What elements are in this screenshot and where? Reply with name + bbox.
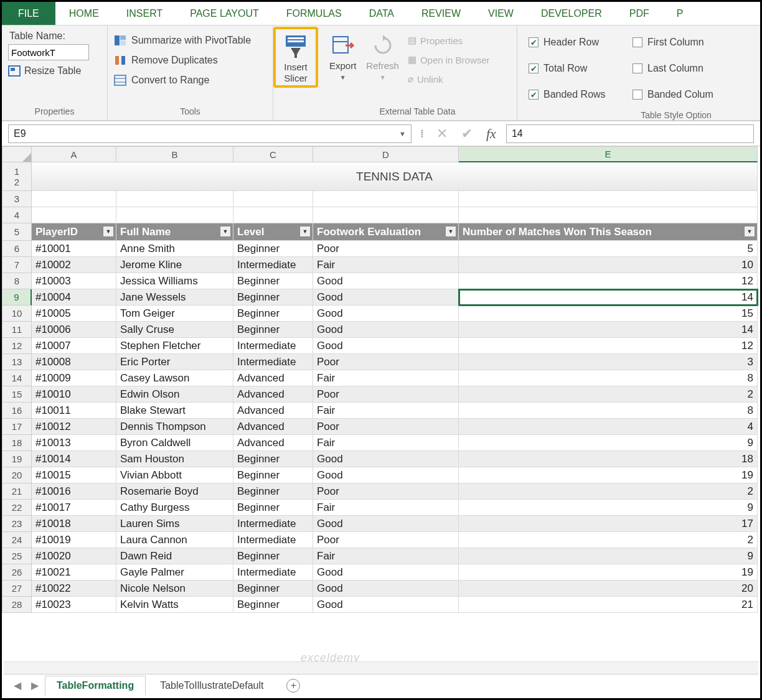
row-header[interactable]: 8 [2, 273, 32, 289]
cell[interactable]: 19 [459, 467, 758, 483]
row-header[interactable]: 19 [2, 451, 32, 467]
sheet-nav-next[interactable]: ▶ [27, 679, 42, 691]
cell[interactable]: 19 [459, 564, 758, 581]
row-header[interactable]: 13 [2, 354, 32, 370]
cell[interactable]: 8 [459, 370, 758, 386]
cell[interactable]: Kelvin Watts [116, 597, 233, 613]
cell[interactable]: Fair [313, 403, 459, 419]
row-header[interactable]: 12 [2, 338, 32, 354]
refresh-button[interactable]: Refresh ▼ [361, 29, 404, 104]
row-header[interactable]: 25 [2, 548, 32, 564]
tab-view[interactable]: VIEW [474, 2, 527, 25]
cell[interactable]: Poor [313, 532, 459, 548]
cell[interactable]: Dawn Reid [116, 548, 233, 564]
add-sheet-button[interactable]: + [286, 679, 300, 693]
cell[interactable]: #10009 [32, 370, 116, 386]
cell[interactable]: Advanced [233, 403, 313, 419]
convert-to-range-button[interactable]: Convert to Range [114, 75, 266, 86]
cell[interactable]: Advanced [233, 419, 313, 435]
row-header[interactable]: 23 [2, 516, 32, 532]
cell[interactable] [116, 191, 233, 207]
cell[interactable]: #10005 [32, 306, 116, 322]
cell[interactable]: 9 [459, 435, 758, 451]
cell[interactable]: Jane Wessels [116, 289, 233, 306]
cell[interactable]: Poor [313, 483, 459, 500]
cell[interactable] [32, 191, 116, 207]
cell[interactable]: Advanced [233, 370, 313, 386]
cell[interactable]: 10 [459, 257, 758, 273]
cell[interactable]: Sam Houston [116, 451, 233, 467]
select-all-corner[interactable] [2, 146, 32, 162]
cell[interactable]: Cathy Burgess [116, 500, 233, 516]
col-header-A[interactable]: A [32, 146, 116, 162]
cell[interactable]: #10006 [32, 322, 116, 338]
cell[interactable] [313, 207, 459, 223]
cell[interactable]: Blake Stewart [116, 403, 233, 419]
cell[interactable]: #10002 [32, 257, 116, 273]
cell[interactable]: Rosemarie Boyd [116, 483, 233, 500]
row-header[interactable]: 18 [2, 435, 32, 451]
cell[interactable]: Fair [313, 435, 459, 451]
cell[interactable]: Anne Smith [116, 241, 233, 257]
fx-icon[interactable]: fx [482, 126, 500, 142]
cell[interactable]: Good [313, 306, 459, 322]
cell[interactable]: 15 [459, 306, 758, 322]
cell[interactable]: #10012 [32, 419, 116, 435]
cell[interactable]: Good [313, 564, 459, 581]
cell[interactable]: Good [313, 597, 459, 613]
cell[interactable]: Byron Caldwell [116, 435, 233, 451]
filter-icon[interactable]: ▼ [220, 226, 231, 237]
cell[interactable]: 9 [459, 548, 758, 564]
cell[interactable]: Gayle Palmer [116, 564, 233, 581]
cell[interactable]: 4 [459, 419, 758, 435]
cell[interactable]: #10014 [32, 451, 116, 467]
cell[interactable]: #10001 [32, 241, 116, 257]
row-header[interactable]: 7 [2, 257, 32, 273]
cell[interactable]: #10017 [32, 500, 116, 516]
table-header-playerid[interactable]: PlayerID▼ [32, 223, 116, 241]
tab-developer[interactable]: DEVELOPER [527, 2, 616, 25]
tab-page-layout[interactable]: PAGE LAYOUT [176, 2, 273, 25]
cell[interactable]: #10013 [32, 435, 116, 451]
enter-icon[interactable]: ✔ [458, 126, 476, 142]
cell[interactable] [116, 207, 233, 223]
cell[interactable]: Eric Porter [116, 354, 233, 370]
cell[interactable]: Good [313, 451, 459, 467]
row-header[interactable]: 15 [2, 386, 32, 403]
cell[interactable]: 2 [459, 386, 758, 403]
cell[interactable]: Casey Lawson [116, 370, 233, 386]
banded-columns-checkbox[interactable]: Banded Colum [633, 86, 720, 103]
cell[interactable]: Good [313, 322, 459, 338]
tab-file[interactable]: FILE [2, 2, 55, 25]
resize-table-button[interactable]: Resize Table [8, 65, 101, 77]
cell[interactable]: #10003 [32, 273, 116, 289]
cell[interactable] [32, 207, 116, 223]
cell[interactable]: Laura Cannon [116, 532, 233, 548]
row-header-5[interactable]: 5 [2, 223, 32, 241]
cell[interactable]: #10018 [32, 516, 116, 532]
cell[interactable]: Jerome Kline [116, 257, 233, 273]
cell[interactable]: 20 [459, 581, 758, 597]
tab-insert[interactable]: INSERT [113, 2, 176, 25]
row-header-3[interactable]: 3 [2, 191, 32, 207]
row-header-1-2[interactable]: 12 [2, 162, 32, 191]
cell[interactable]: Intermediate [233, 532, 313, 548]
cell[interactable]: Beginner [233, 322, 313, 338]
row-header[interactable]: 16 [2, 403, 32, 419]
table-header-fullname[interactable]: Full Name▼ [116, 223, 233, 241]
cell[interactable]: #10011 [32, 403, 116, 419]
cell[interactable]: Beginner [233, 451, 313, 467]
cell[interactable]: Beginner [233, 548, 313, 564]
cell[interactable] [459, 207, 758, 223]
tab-data[interactable]: DATA [355, 2, 408, 25]
name-box[interactable]: E9 ▼ [8, 124, 412, 143]
sheet-nav-prev[interactable]: ◀ [10, 679, 25, 691]
insert-slicer-button[interactable]: InsertSlicer [278, 30, 313, 84]
filter-icon[interactable]: ▼ [103, 226, 114, 237]
cell[interactable]: 18 [459, 451, 758, 467]
cell[interactable]: Beginner [233, 597, 313, 613]
cell[interactable]: #10023 [32, 597, 116, 613]
cell[interactable]: Fair [313, 548, 459, 564]
cell[interactable]: Intermediate [233, 257, 313, 273]
cell[interactable]: Intermediate [233, 564, 313, 581]
